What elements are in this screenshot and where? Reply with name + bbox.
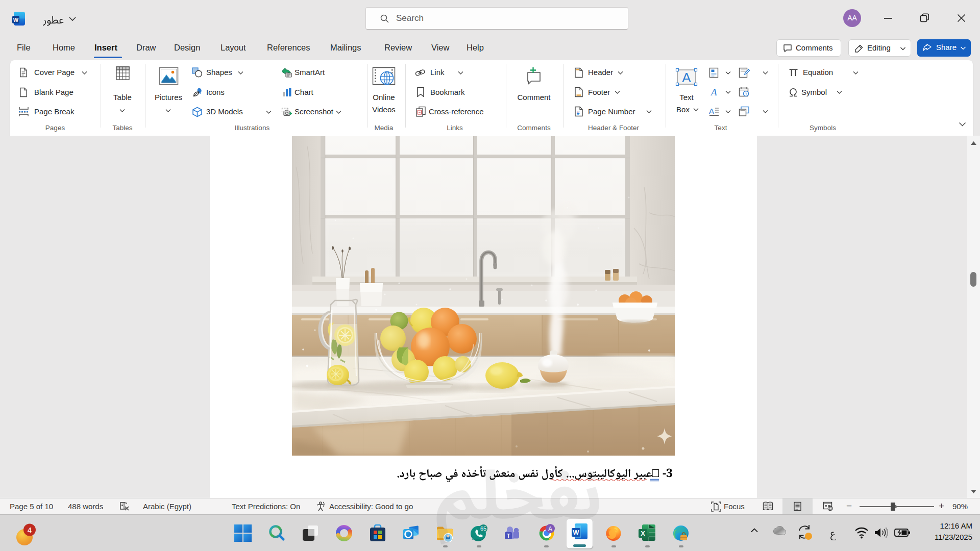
svg-text:A: A [710, 87, 717, 97]
svg-text:A: A [709, 107, 714, 115]
svg-text:A: A [682, 70, 691, 85]
svg-text:X: X [641, 530, 645, 537]
svg-text:W: W [13, 17, 19, 23]
svg-text:#: # [577, 110, 580, 116]
svg-text:4: 4 [28, 525, 32, 534]
